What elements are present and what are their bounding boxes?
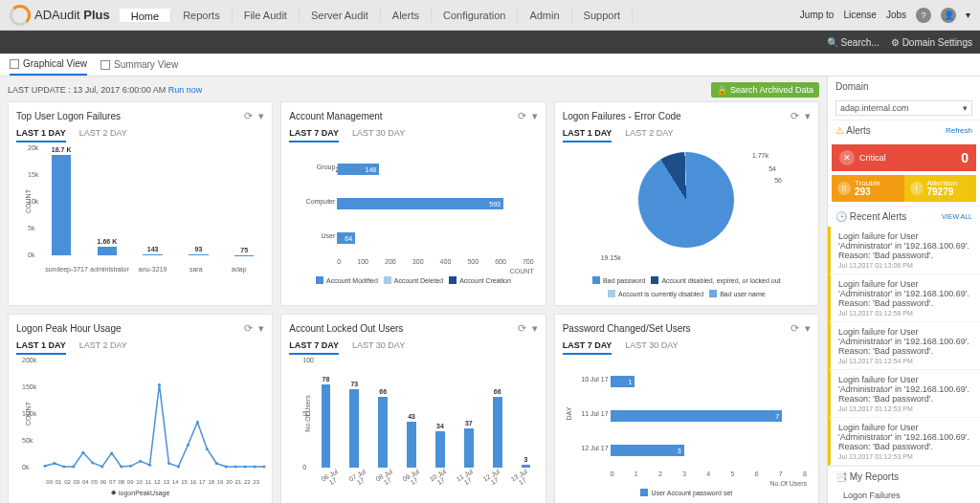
brand: ADAudit Plus	[0, 5, 120, 26]
refresh-icon[interactable]: ⟳	[791, 322, 799, 335]
view-graphical[interactable]: Graphical View	[10, 54, 87, 76]
more-icon[interactable]: ▾	[258, 322, 264, 335]
refresh-icon[interactable]: ⟳	[244, 110, 253, 122]
chart-peak: COUNT0k50k100k150k200k000102030405060708…	[16, 361, 264, 485]
tab-file-audit[interactable]: File Audit	[233, 9, 300, 22]
tab-reports[interactable]: Reports	[171, 9, 233, 22]
svg-point-22	[254, 465, 256, 468]
alert-trouble[interactable]: !!Trouble293	[832, 175, 904, 202]
recent-alert-item[interactable]: Login failure for User 'Administrator' i…	[828, 274, 980, 322]
tab-configuration[interactable]: Configuration	[432, 9, 518, 22]
svg-point-16	[196, 421, 199, 424]
svg-point-6	[100, 465, 103, 468]
tab-alerts[interactable]: Alerts	[381, 9, 432, 22]
chart-error-code: 19.15k1.77k5456	[563, 148, 811, 273]
alert-critical[interactable]: ✕Critical 0	[832, 144, 976, 171]
chevron-down-icon: ▾	[963, 103, 968, 113]
svg-point-7	[110, 451, 113, 454]
recent-alert-item[interactable]: Login failure for User 'Administrator' i…	[828, 227, 980, 274]
refresh-icon[interactable]: ⟳	[518, 110, 526, 122]
tab-server-audit[interactable]: Server Audit	[300, 9, 381, 22]
alerts-refresh[interactable]: Refresh	[946, 126, 972, 135]
summary-icon	[100, 60, 110, 70]
view-bar: Graphical View Summary View	[0, 54, 980, 77]
svg-point-8	[120, 465, 122, 468]
run-now-link[interactable]: Run now	[168, 85, 203, 95]
card-peak: Logon Peak Hour Usage ⟳▾ LAST 1 DAYLAST …	[8, 314, 273, 503]
tab-last30[interactable]: LAST 30 DAY	[352, 340, 405, 355]
tab-last7[interactable]: LAST 7 DAY	[289, 128, 339, 142]
search-archived-button[interactable]: Search Archived Data	[711, 82, 819, 98]
refresh-icon[interactable]: ⟳	[518, 322, 526, 335]
tab-last2[interactable]: LAST 2 DAY	[625, 128, 673, 142]
refresh-icon[interactable]: ⟳	[791, 110, 799, 122]
user-menu-icon[interactable]: 👤	[941, 8, 956, 23]
svg-point-3	[72, 465, 75, 468]
more-icon[interactable]: ▾	[805, 110, 811, 122]
refresh-icon[interactable]: ⟳	[244, 322, 253, 335]
last-update: LAST UPDATE : 13 Jul, 2017 6:00:00 AM	[8, 85, 166, 95]
chart-acct-mgmt: Group2148Computer593User6401002003004005…	[289, 148, 537, 273]
view-all-link[interactable]: VIEW ALL	[942, 213, 972, 220]
side-panel: Domain adap.internal.com▾ ⚠ AlertsRefres…	[827, 77, 980, 503]
tab-home[interactable]: Home	[120, 9, 171, 22]
svg-point-5	[91, 461, 94, 464]
link-jobs[interactable]: Jobs	[886, 10, 906, 20]
tab-last2[interactable]: LAST 2 DAY	[79, 128, 127, 142]
more-icon[interactable]: ▾	[532, 110, 538, 122]
svg-point-23	[263, 465, 266, 468]
info-icon: i	[910, 182, 924, 195]
recent-alert-item[interactable]: Login failure for User 'Administrator' i…	[828, 322, 980, 370]
warning-icon: ⚠	[835, 125, 844, 136]
graphical-icon	[10, 59, 19, 69]
svg-point-2	[62, 465, 65, 468]
more-icon[interactable]: ▾	[532, 322, 538, 335]
tab-last30[interactable]: LAST 30 DAY	[625, 340, 678, 355]
tab-support[interactable]: Support	[572, 9, 634, 22]
tab-last1[interactable]: LAST 1 DAY	[16, 128, 66, 142]
svg-point-19	[225, 465, 228, 468]
my-report-item[interactable]: Logon Failures	[828, 487, 980, 503]
brand-logo-icon	[10, 5, 31, 26]
domain-settings[interactable]: Domain Settings	[891, 37, 972, 48]
chart-top-failures: COUNT0k5k10k15k20k18.7 K1.66 K1439375sun…	[16, 148, 264, 273]
view-summary[interactable]: Summary View	[100, 59, 178, 70]
svg-point-0	[44, 465, 47, 468]
svg-point-4	[81, 451, 84, 454]
tab-last1[interactable]: LAST 1 DAY	[16, 340, 66, 355]
card-title: Top User Logon Failures	[16, 111, 121, 121]
card-title: Logon Peak Hour Usage	[16, 323, 122, 334]
recent-alert-item[interactable]: Login failure for User 'Administrator' i…	[828, 418, 980, 466]
global-search[interactable]: Search...	[827, 37, 880, 48]
alert-attention[interactable]: iAttention79279	[904, 175, 977, 202]
card-error-code: Logon Failures - Error Code ⟳▾ LAST 1 DA…	[554, 101, 819, 306]
nav-tabs: HomeReportsFile AuditServer AuditAlertsC…	[120, 9, 633, 22]
link-jumpto[interactable]: Jump to	[800, 10, 835, 20]
tab-last7[interactable]: LAST 7 DAY	[289, 340, 339, 355]
recent-alert-item[interactable]: Login failure for User 'Administrator' i…	[828, 370, 980, 418]
tab-last2[interactable]: LAST 2 DAY	[79, 340, 127, 355]
more-icon[interactable]: ▾	[258, 110, 264, 122]
link-license[interactable]: License	[843, 10, 876, 20]
card-acct-mgmt: Account Management ⟳▾ LAST 7 DAYLAST 30 …	[280, 101, 546, 306]
user-menu-caret-icon[interactable]: ▾	[966, 10, 970, 20]
more-icon[interactable]: ▾	[805, 322, 811, 335]
svg-point-9	[129, 465, 132, 468]
main-area: LAST UPDATE : 13 Jul, 2017 6:00:00 AM Ru…	[0, 77, 827, 503]
chart-locked: No.Of Users05010078736643343766306 Jul 1…	[289, 361, 537, 485]
reports-icon: 📑	[835, 471, 847, 482]
domain-select[interactable]: adap.internal.com▾	[835, 100, 972, 116]
svg-point-18	[215, 462, 218, 465]
help-icon[interactable]: ?	[916, 8, 931, 23]
brand-name: ADAudit Plus	[34, 8, 110, 22]
tab-last30[interactable]: LAST 30 DAY	[352, 128, 405, 142]
diamond-icon: ◆	[111, 489, 116, 496]
clock-icon: 🕒	[835, 211, 847, 222]
tab-last7[interactable]: LAST 7 DAY	[563, 340, 612, 355]
card-title: Password Changed/Set Users	[563, 323, 691, 334]
tab-admin[interactable]: Admin	[518, 9, 571, 22]
domain-label: Domain	[835, 81, 868, 92]
card-top-failures: Top User Logon Failures ⟳▾ LAST 1 DAYLAS…	[8, 101, 273, 306]
tab-last1[interactable]: LAST 1 DAY	[563, 128, 612, 142]
svg-point-14	[177, 465, 180, 468]
